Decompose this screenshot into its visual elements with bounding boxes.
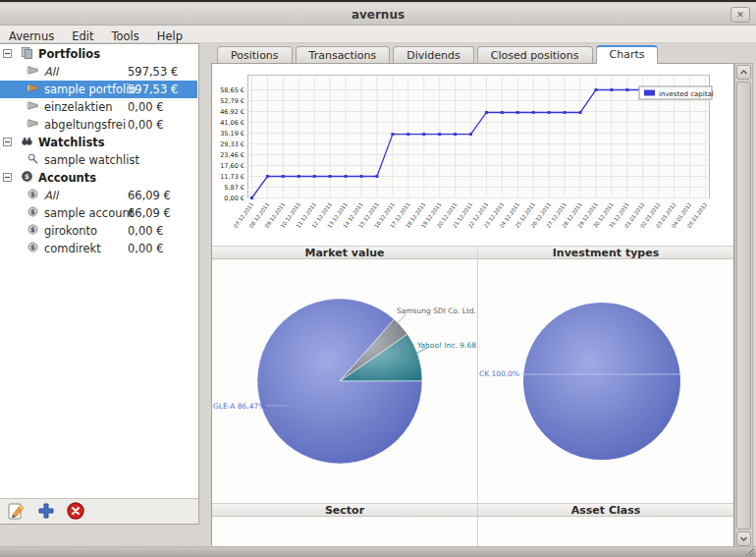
svg-text:$: $ bbox=[30, 244, 35, 251]
sidebar-item-sample-watchlist[interactable]: sample watchlist bbox=[0, 151, 197, 169]
market-value-pie-panel: GLE-A 86.47% Samsung SDI Co. Ltd. Yahoo!… bbox=[212, 259, 478, 503]
magnifier-icon bbox=[27, 152, 39, 168]
svg-text:11,73 €: 11,73 € bbox=[220, 173, 244, 181]
sidebar-panel: PortfoliosAll597,53 €sample portfolio597… bbox=[0, 43, 199, 525]
tab-closed-positions[interactable]: Closed positions bbox=[477, 46, 593, 63]
scrollbar-down-button[interactable] bbox=[736, 531, 751, 546]
account-group-icon: $ bbox=[21, 170, 33, 186]
svg-text:17,60 €: 17,60 € bbox=[220, 162, 244, 170]
tab-transactions[interactable]: Transactions bbox=[296, 46, 391, 63]
menu-tools[interactable]: Tools bbox=[102, 28, 147, 43]
portfolio-icon bbox=[27, 117, 39, 133]
window-title: avernus bbox=[0, 8, 756, 22]
scrollbar-thumb[interactable] bbox=[736, 82, 751, 529]
svg-text:41,06 €: 41,06 € bbox=[220, 119, 244, 127]
sidebar-group-watchlists[interactable]: Watchlists bbox=[0, 134, 197, 151]
menu-avernus[interactable]: Avernus bbox=[0, 28, 63, 43]
tree-item-label: abgeltungsfrei bbox=[44, 118, 126, 132]
section-header-row-1: Market value Investment types bbox=[212, 246, 733, 259]
section-header-row-2: Sector Asset Class bbox=[212, 503, 733, 517]
empty-chart-row bbox=[212, 517, 733, 547]
pie-label-google: GLE-A 86.47% bbox=[213, 402, 265, 411]
portfolio-group-icon bbox=[21, 46, 33, 62]
svg-text:46,92 €: 46,92 € bbox=[220, 108, 244, 116]
coin-icon: $ bbox=[27, 241, 39, 256]
sidebar-group-accounts[interactable]: $Accounts bbox=[0, 169, 197, 187]
investment-types-leader-line bbox=[478, 259, 733, 503]
portfolio-icon bbox=[27, 99, 39, 115]
portfolio-icon bbox=[27, 82, 39, 97]
tab-dividends[interactable]: Dividends bbox=[393, 46, 474, 63]
scrollbar-up-button[interactable] bbox=[736, 65, 751, 80]
charts-area: 0,00 €5,87 €11,73 €17,60 €23,46 €29,33 €… bbox=[211, 63, 734, 548]
tree-item-label: sample account bbox=[44, 206, 134, 220]
titlebar[interactable]: avernus ✕ bbox=[0, 4, 756, 26]
invested-capital-chart: 0,00 €5,87 €11,73 €17,60 €23,46 €29,33 €… bbox=[212, 64, 733, 246]
tab-charts[interactable]: Charts bbox=[596, 45, 659, 64]
tree-item-label: einzelaktien bbox=[44, 100, 113, 114]
sidebar-toolbar bbox=[0, 498, 198, 524]
tab-positions[interactable]: Positions bbox=[217, 46, 293, 63]
delete-button[interactable] bbox=[65, 501, 86, 523]
section-header-sector: Sector bbox=[212, 503, 478, 517]
expander-icon[interactable] bbox=[3, 171, 16, 185]
sidebar-item-girokonto[interactable]: $girokonto0,00 € bbox=[0, 222, 197, 240]
tree-item-label: girokonto bbox=[44, 224, 97, 238]
vertical-scrollbar[interactable] bbox=[734, 63, 753, 548]
expander-icon[interactable] bbox=[3, 47, 16, 61]
status-bar bbox=[0, 546, 756, 557]
pie-label-samsung: Samsung SDI Co. Ltd. bbox=[397, 306, 476, 315]
scrollbar-track[interactable] bbox=[736, 82, 751, 529]
sidebar-group-portfolios[interactable]: Portfolios bbox=[0, 45, 197, 63]
svg-text:$: $ bbox=[30, 208, 35, 216]
portfolio-icon bbox=[27, 64, 39, 80]
edit-icon bbox=[7, 509, 27, 524]
svg-text:$: $ bbox=[30, 226, 35, 234]
menu-help[interactable]: Help bbox=[148, 28, 191, 43]
svg-text:0,00 €: 0,00 € bbox=[224, 195, 244, 202]
sidebar-item-all[interactable]: $All66,09 € bbox=[0, 187, 197, 204]
edit-button[interactable] bbox=[6, 501, 27, 523]
app-window: avernus ✕ AvernusEditToolsHelp Portfolio… bbox=[0, 0, 756, 557]
svg-text:invested capital: invested capital bbox=[659, 90, 714, 98]
panel-divider bbox=[199, 43, 211, 548]
tree-item-value: 0,00 € bbox=[128, 118, 164, 132]
coin-icon: $ bbox=[27, 205, 39, 221]
chart-legend: invested capital bbox=[639, 86, 714, 99]
sidebar-item-abgeltungsfrei[interactable]: abgeltungsfrei0,00 € bbox=[0, 116, 197, 134]
tree-item-value: 597,53 € bbox=[128, 83, 178, 96]
svg-text:52,79 €: 52,79 € bbox=[220, 97, 244, 105]
resize-grip[interactable] bbox=[742, 547, 754, 556]
delete-icon bbox=[66, 509, 85, 524]
sidebar-item-all[interactable]: All597,53 € bbox=[0, 63, 197, 81]
tree-item-value: 0,00 € bbox=[128, 242, 164, 255]
sector-chart-area bbox=[212, 517, 478, 547]
tree-item-label: All bbox=[44, 65, 58, 79]
portfolio-tree: PortfoliosAll597,53 €sample portfolio597… bbox=[0, 45, 197, 498]
close-button[interactable]: ✕ bbox=[730, 7, 750, 23]
add-icon bbox=[36, 509, 56, 524]
sidebar-item-sample-account[interactable]: $sample account66,09 € bbox=[0, 204, 197, 222]
tree-item-label: Watchlists bbox=[38, 136, 105, 149]
tree-item-label: sample portfolio bbox=[44, 83, 136, 96]
sidebar-item-einzelaktien[interactable]: einzelaktien0,00 € bbox=[0, 98, 197, 116]
expander-icon[interactable] bbox=[3, 136, 16, 149]
section-header-investment-types: Investment types bbox=[478, 246, 733, 259]
sidebar-item-comdirekt[interactable]: $comdirekt0,00 € bbox=[0, 240, 197, 257]
coin-icon: $ bbox=[27, 223, 39, 239]
sidebar-item-sample-portfolio[interactable]: sample portfolio597,53 € bbox=[0, 81, 197, 98]
watchlist-group-icon bbox=[21, 135, 33, 150]
svg-text:$: $ bbox=[30, 191, 35, 198]
menu-edit[interactable]: Edit bbox=[63, 28, 102, 43]
tree-item-label: comdirekt bbox=[44, 242, 101, 255]
pie-label-stock: CK 100.0% bbox=[479, 369, 519, 378]
tree-item-label: sample watchlist bbox=[44, 153, 139, 167]
tree-item-value: 0,00 € bbox=[128, 224, 164, 238]
svg-text:35,19 €: 35,19 € bbox=[220, 130, 244, 138]
svg-text:$: $ bbox=[25, 173, 29, 181]
add-button[interactable] bbox=[35, 501, 57, 523]
svg-text:23,46 €: 23,46 € bbox=[220, 151, 244, 159]
svg-text:58,65 €: 58,65 € bbox=[220, 86, 244, 94]
close-icon: ✕ bbox=[736, 10, 744, 20]
chevron-down-icon bbox=[739, 535, 748, 542]
